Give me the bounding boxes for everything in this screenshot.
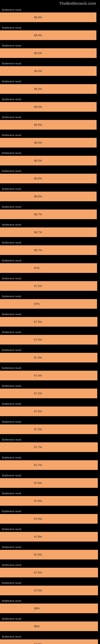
bar-fill: 97.3% xyxy=(0,353,98,362)
result-row: Bottleneck result97.8% xyxy=(0,473,100,488)
row-label: Bottleneck result xyxy=(0,186,100,192)
bar-value: 97.6% xyxy=(34,517,42,520)
row-label: Bottleneck result xyxy=(0,132,100,138)
row-label: Bottleneck result xyxy=(0,43,100,48)
row-label: Bottleneck result xyxy=(0,96,100,102)
bar-value: 96.5% xyxy=(34,52,42,55)
bar-track: 96.4% xyxy=(0,30,100,40)
row-label: Bottleneck result xyxy=(0,61,100,66)
bar-track: 97% xyxy=(0,299,100,309)
bar-value: 97.9% xyxy=(34,642,42,644)
bar-fill: 97.2% xyxy=(0,281,97,291)
row-label: Bottleneck result xyxy=(0,330,100,335)
result-row: Bottleneck result97.8% xyxy=(0,491,100,506)
row-label: Bottleneck result xyxy=(0,616,100,622)
result-row: Bottleneck result96.7% xyxy=(0,222,100,237)
row-label: Bottleneck result xyxy=(0,562,100,568)
result-row: Bottleneck result97.3% xyxy=(0,419,100,434)
result-row: Bottleneck result97.9% xyxy=(0,634,100,644)
bar-track: 96.7% xyxy=(0,210,100,219)
row-label: Bottleneck result xyxy=(0,419,100,424)
bar-value: 96.7% xyxy=(34,248,42,252)
bar-value: 98% xyxy=(34,607,40,610)
bar-track: 97.2% xyxy=(0,281,100,291)
bar-fill: 96.6% xyxy=(0,192,97,201)
result-row: Bottleneck result96.5% xyxy=(0,132,100,148)
result-row: Bottleneck result97.5% xyxy=(0,401,100,416)
bar-value: 97.9% xyxy=(34,571,42,574)
bar-track: 96.5% xyxy=(0,102,100,112)
row-label: Bottleneck result xyxy=(0,401,100,406)
row-label: Bottleneck result xyxy=(0,7,100,12)
row-label: Bottleneck result xyxy=(0,383,100,388)
bar-value: 97% xyxy=(34,266,40,270)
bar-track: 96.5% xyxy=(0,138,100,148)
bar-track: 97.9% xyxy=(0,586,100,595)
bar-track: 97.6% xyxy=(0,514,100,524)
site-header: TheBottleneck.com xyxy=(0,0,100,7)
bar-value: 97.4% xyxy=(34,374,42,377)
bar-value: 97.5% xyxy=(34,410,42,413)
bar-track: 96.7% xyxy=(0,245,100,255)
result-row: Bottleneck result97.8% xyxy=(0,526,100,542)
result-row: Bottleneck result97.7% xyxy=(0,455,100,470)
bar-value: 96.5% xyxy=(34,70,42,73)
bar-fill: 97.3% xyxy=(0,317,98,327)
row-label: Bottleneck result xyxy=(0,25,100,30)
bar-fill: 97.3% xyxy=(0,424,98,434)
row-label: Bottleneck result xyxy=(0,491,100,496)
bar-fill: 97.7% xyxy=(0,442,98,452)
bar-value: 98% xyxy=(34,625,40,628)
bar-track: 97% xyxy=(0,263,100,273)
row-label: Bottleneck result xyxy=(0,294,100,299)
bar-value: 96.6% xyxy=(34,195,42,198)
bar-fill: 96.5% xyxy=(0,84,97,94)
bar-value: 97.9% xyxy=(34,589,42,592)
bar-track: 96.4% xyxy=(0,12,100,22)
bar-track: 96.5% xyxy=(0,84,100,94)
bar-track: 97.8% xyxy=(0,478,100,488)
result-row: Bottleneck result97.2% xyxy=(0,383,100,398)
bar-fill: 98% xyxy=(0,604,98,613)
row-label: Bottleneck result xyxy=(0,240,100,245)
bar-track: 96.5% xyxy=(0,66,100,76)
bar-value: 97.8% xyxy=(34,482,42,484)
bar-fill: 97% xyxy=(0,263,97,273)
result-row: Bottleneck result97.9% xyxy=(0,562,100,578)
bar-fill: 97.5% xyxy=(0,406,98,416)
bar-track: 96.5% xyxy=(0,156,100,166)
bar-fill: 96.5% xyxy=(0,138,97,148)
row-label: Bottleneck result xyxy=(0,258,100,263)
bar-value: 97.8% xyxy=(34,499,42,502)
result-row: Bottleneck result97.3% xyxy=(0,312,100,327)
bar-value: 97.2% xyxy=(34,392,42,395)
bar-track: 97.9% xyxy=(0,568,100,578)
site-title: TheBottleneck.com xyxy=(59,1,96,6)
bar-fill: 97.9% xyxy=(0,586,98,595)
bar-value: 97.9% xyxy=(34,553,42,556)
row-label: Bottleneck result xyxy=(0,473,100,478)
bar-value: 97.7% xyxy=(34,446,42,449)
bar-value: 97.2% xyxy=(34,284,42,288)
result-row: Bottleneck result96.7% xyxy=(0,240,100,255)
bar-value: 96.6% xyxy=(34,177,42,180)
row-label: Bottleneck result xyxy=(0,150,100,156)
row-label: Bottleneck result xyxy=(0,114,100,120)
bar-track: 96.7% xyxy=(0,228,100,237)
bar-value: 96.5% xyxy=(34,87,42,90)
result-row: Bottleneck result96.7% xyxy=(0,204,100,219)
bar-value: 97.3% xyxy=(34,356,42,359)
bar-track: 97.3% xyxy=(0,353,100,362)
bar-value: 96.7% xyxy=(34,231,42,234)
bar-fill: 96.5% xyxy=(0,66,97,76)
bar-fill: 96.7% xyxy=(0,228,97,237)
bar-value: 96.5% xyxy=(34,159,42,162)
result-row: Bottleneck result97.5% xyxy=(0,330,100,344)
row-label: Bottleneck result xyxy=(0,222,100,228)
bar-track: 97.3% xyxy=(0,424,100,434)
bar-track: 97.5% xyxy=(0,406,100,416)
result-row: Bottleneck result97.7% xyxy=(0,437,100,452)
result-row: Bottleneck result97.2% xyxy=(0,276,100,291)
bar-track: 97.3% xyxy=(0,317,100,327)
row-label: Bottleneck result xyxy=(0,455,100,460)
